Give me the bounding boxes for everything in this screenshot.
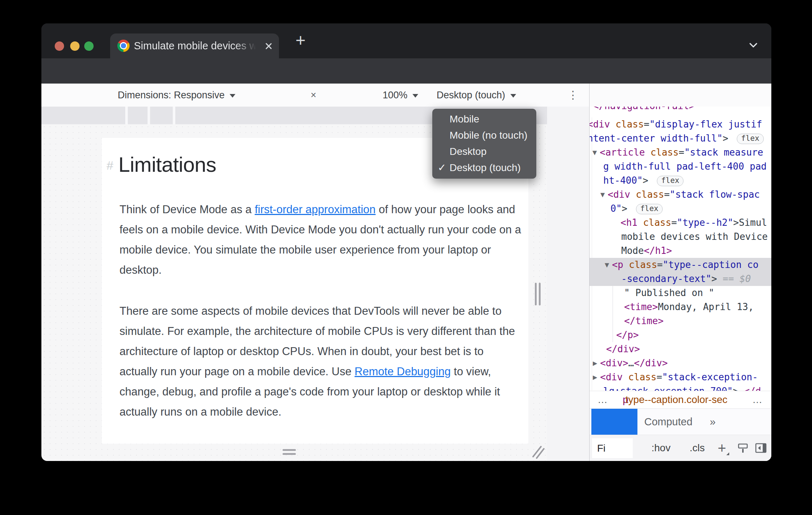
dom-tree-line[interactable]: <div class="display-flex justif xyxy=(590,117,771,131)
dom-tree-line[interactable]: " Published on " xyxy=(590,286,771,300)
dom-tree-line[interactable]: </navigation-rail> xyxy=(590,107,771,113)
cls-toggle[interactable]: .cls xyxy=(690,435,705,461)
hov-toggle[interactable]: :hov xyxy=(651,435,671,461)
dom-tree-line[interactable]: ▼<div class="stack flow-spac xyxy=(590,188,771,202)
code-token: > xyxy=(622,203,633,214)
devtools-split-divider[interactable] xyxy=(589,84,590,461)
code-token: flex xyxy=(657,176,684,186)
code-token: </time> xyxy=(624,315,664,326)
dock-sidebar-icon[interactable] xyxy=(755,443,767,453)
rendering-emulation-icon[interactable] xyxy=(738,443,749,454)
code-token: <h1 xyxy=(621,217,643,228)
devtools-panel: </navigation-rail><div class="display-fl… xyxy=(590,107,771,461)
dom-tree-line[interactable]: <h1 class="type--h2">Simul xyxy=(590,216,771,230)
code-token: "stack-exception- xyxy=(662,372,758,382)
device-area-gutter xyxy=(547,107,590,461)
code-token: class xyxy=(628,372,657,382)
code-token: = xyxy=(644,119,650,130)
tab-search-chevron-icon[interactable] xyxy=(749,42,758,48)
tab-close-icon[interactable] xyxy=(265,42,272,50)
height-resize-handle[interactable] xyxy=(283,453,296,455)
inline-link-first-order-approximation[interactable]: first-order approximation xyxy=(255,203,376,216)
traffic-light-close-button[interactable] xyxy=(55,41,64,51)
more-panels-chevron[interactable]: » xyxy=(710,409,716,435)
zoom-value: 100% xyxy=(383,90,407,100)
expand-arrow-open-icon[interactable]: ▼ xyxy=(592,149,597,156)
paragraph: There are some aspects of mobile devices… xyxy=(119,301,523,422)
inline-link-remote-debugging[interactable]: Remote Debugging xyxy=(355,365,451,378)
code-token: = xyxy=(678,147,684,158)
dom-tree-line[interactable]: -secondary-text"> == $0 xyxy=(590,272,771,286)
code-token: </p> xyxy=(616,330,639,340)
code-token: Mode xyxy=(621,245,644,256)
dom-tree-line[interactable]: </div> xyxy=(590,342,771,356)
chrome-favicon-icon xyxy=(117,40,130,52)
expand-arrow-open-icon[interactable]: ▼ xyxy=(600,191,605,198)
device-viewport: #Limitations Think of Device Mode as a f… xyxy=(102,138,528,444)
page-heading: Limitations xyxy=(118,153,216,176)
corner-resize-handle[interactable] xyxy=(531,445,545,460)
menu-item-label: Mobile (no touch) xyxy=(450,130,527,141)
width-resize-handle[interactable] xyxy=(539,283,541,305)
menu-item-mobile-no-touch[interactable]: Mobile (no touch) xyxy=(432,127,536,143)
browser-tab[interactable]: Simulate mobile devices with D xyxy=(110,33,279,58)
dom-tree-line[interactable]: ▶<div>…</div> xyxy=(590,356,771,370)
menu-item-desktop-touch[interactable]: ✓Desktop (touch) xyxy=(432,160,536,176)
tab-computed[interactable]: Computed xyxy=(644,409,693,435)
tab-title: Simulate mobile devices with D xyxy=(134,33,260,58)
menu-item-mobile[interactable]: Mobile xyxy=(432,111,536,127)
device-toolbar-menu-button[interactable]: ⋮ xyxy=(568,84,578,107)
dom-tree-line[interactable]: g width-full pad-left-400 pad xyxy=(590,160,771,174)
breadcrumb-next-ellipsis[interactable]: … xyxy=(752,391,762,408)
code-token: 0" xyxy=(610,203,622,214)
expand-arrow-closed-icon[interactable]: ▶ xyxy=(593,374,597,381)
dropdown-caret-icon xyxy=(412,94,418,98)
dom-tree-line[interactable]: ht-400"> flex xyxy=(590,174,771,188)
new-tab-button[interactable]: + xyxy=(290,30,311,52)
dom-tree-line[interactable]: ▼<p class="type--caption co xyxy=(590,258,771,272)
menu-item-desktop[interactable]: Desktop xyxy=(432,143,536,160)
code-token: > xyxy=(711,273,722,284)
dropdown-caret-icon xyxy=(230,94,235,98)
dom-tree-line[interactable]: <time>Monday, April 13, xyxy=(590,300,771,314)
width-resize-handle[interactable] xyxy=(535,283,537,305)
dom-tree-line[interactable]: ▼<article class="stack measure xyxy=(590,145,771,160)
code-token: " Published on " xyxy=(624,287,714,298)
code-token: = xyxy=(664,189,670,200)
browser-window: Simulate mobile devices with D + localho… xyxy=(41,23,771,461)
dom-tree-line[interactable]: ntent-center width-full"> flex xyxy=(590,131,771,145)
media-query-tick xyxy=(148,107,150,124)
code-token: -secondary-text" xyxy=(621,273,711,284)
height-resize-handle[interactable] xyxy=(283,449,296,451)
dom-tree-line[interactable]: Mode</h1> xyxy=(590,244,771,258)
code-token: "type--h2" xyxy=(677,217,734,228)
traffic-light-zoom-button[interactable] xyxy=(84,41,94,51)
style-filter-input[interactable]: Fi xyxy=(592,438,633,458)
anchor-hash[interactable]: # xyxy=(107,158,113,172)
zoom-dropdown[interactable]: 100% xyxy=(383,84,418,107)
code-token: > xyxy=(643,175,654,186)
breadcrumb-bar: … p.type--caption.color-sec … xyxy=(590,391,771,408)
code-token: $0 xyxy=(740,273,751,284)
code-token: </div> xyxy=(606,344,640,354)
dom-tree-line[interactable]: </p> xyxy=(590,328,771,342)
device-type-dropdown[interactable]: Desktop (touch) xyxy=(437,84,516,107)
dom-tree-line[interactable]: </time> xyxy=(590,314,771,328)
code-token: "stack measure xyxy=(684,147,763,158)
dom-tree-line[interactable]: mobile devices with Device xyxy=(590,230,771,244)
device-toolbar: Dimensions: Responsive 592 × 415 100% De… xyxy=(41,84,771,107)
code-token: == xyxy=(723,273,740,284)
code-token: </navigation-rail> xyxy=(593,107,695,111)
dom-tree-line[interactable]: ▶<div class="stack-exception- xyxy=(590,370,771,384)
expand-arrow-closed-icon[interactable]: ▶ xyxy=(593,360,597,367)
code-token: flex xyxy=(737,134,764,144)
dimensions-dropdown[interactable]: Dimensions: Responsive xyxy=(118,84,235,107)
code-token: class xyxy=(643,217,671,228)
add-style-rule-button[interactable]: + xyxy=(718,435,726,461)
breadcrumb-prev-ellipsis[interactable]: … xyxy=(597,391,608,408)
dom-tree-line[interactable]: 0"> flex xyxy=(590,202,771,216)
traffic-light-minimize-button[interactable] xyxy=(70,41,80,51)
multiply-label: × xyxy=(311,84,316,107)
code-token: <time> xyxy=(624,301,658,312)
expand-arrow-open-icon[interactable]: ▼ xyxy=(605,261,609,268)
